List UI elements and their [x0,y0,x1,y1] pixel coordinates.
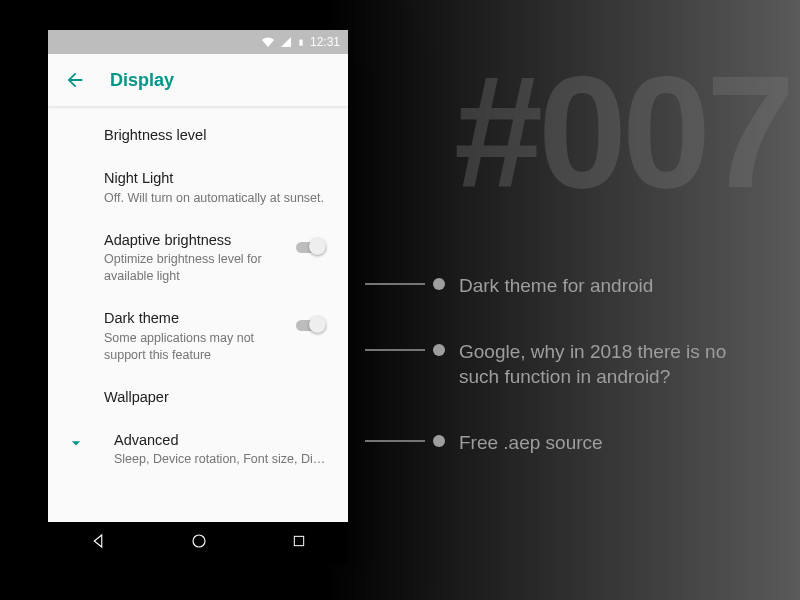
expand-chevron [66,431,104,453]
signal-icon [280,36,292,48]
setting-brightness-level[interactable]: Brightness level [48,114,348,157]
square-recents-icon [291,533,307,549]
phone-frame: 12:31 Display Brightness level Night Lig… [48,30,348,564]
setting-title: Advanced [114,431,330,450]
setting-wallpaper[interactable]: Wallpaper [48,376,348,419]
status-time: 12:31 [310,35,340,49]
callout-text: Free .aep source [459,430,603,456]
setting-title: Brightness level [104,126,330,145]
background-number: #007 [454,40,790,224]
setting-adaptive-brightness[interactable]: Adaptive brightness Optimize brightness … [48,219,348,298]
setting-title: Dark theme [104,309,286,328]
setting-title: Wallpaper [104,388,330,407]
setting-subtitle: Some applications may not support this f… [104,330,286,364]
setting-subtitle: Sleep, Device rotation, Font size, Displ… [114,451,330,468]
setting-night-light[interactable]: Night Light Off. Will turn on automatica… [48,157,348,219]
setting-dark-theme[interactable]: Dark theme Some applications may not sup… [48,297,348,376]
triangle-back-icon [89,532,107,550]
battery-icon [297,36,305,49]
arrow-back-icon [64,69,86,91]
bullet-icon [433,344,445,356]
nav-home-button[interactable] [190,532,208,554]
circle-home-icon [190,532,208,550]
bullet-icon [433,435,445,447]
setting-title: Night Light [104,169,330,188]
dark-theme-toggle[interactable] [296,315,330,335]
page-title: Display [110,70,174,91]
settings-list: Brightness level Night Light Off. Will t… [48,106,348,522]
setting-subtitle: Optimize brightness level for available … [104,251,286,285]
status-bar: 12:31 [48,30,348,54]
callout-1: Dark theme for android [365,273,785,299]
bullet-icon [433,278,445,290]
navigation-bar [48,522,348,564]
svg-point-0 [193,535,205,547]
chevron-down-icon [66,433,86,453]
callout-3: Free .aep source [365,430,785,456]
nav-recents-button[interactable] [291,533,307,553]
callout-text: Google, why in 2018 there is no such fun… [459,339,739,390]
setting-advanced[interactable]: Advanced Sleep, Device rotation, Font si… [48,419,348,481]
callout-2: Google, why in 2018 there is no such fun… [365,339,785,390]
svg-rect-1 [294,536,303,545]
nav-back-button[interactable] [89,532,107,554]
callout-text: Dark theme for android [459,273,653,299]
back-button[interactable] [64,69,86,91]
wifi-icon [261,36,275,48]
setting-subtitle: Off. Will turn on automatically at sunse… [104,190,330,207]
adaptive-brightness-toggle[interactable] [296,237,330,257]
setting-title: Adaptive brightness [104,231,286,250]
app-bar: Display [48,54,348,106]
callouts: Dark theme for android Google, why in 20… [365,273,785,496]
